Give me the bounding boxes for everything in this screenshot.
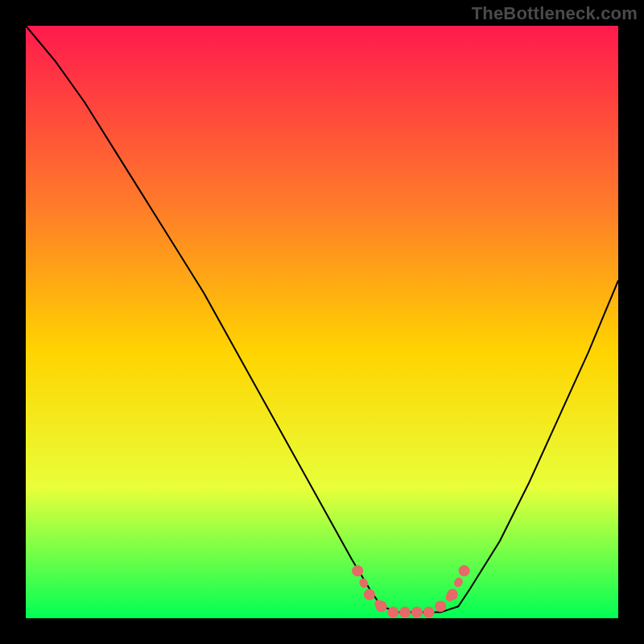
chart-frame: TheBottleneck.com [0, 0, 644, 644]
plot-background [26, 26, 618, 618]
chart-svg [0, 0, 644, 644]
watermark-text: TheBottleneck.com [472, 3, 638, 24]
